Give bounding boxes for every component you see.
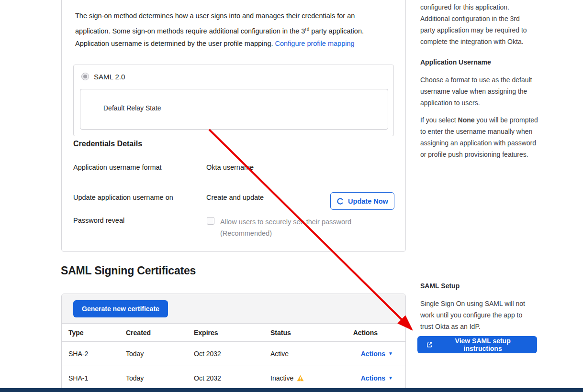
application-username-heading: Application Username	[420, 58, 491, 66]
certificate-row-sha1: SHA-1 Today Oct 2032 Inactive Actions ▼	[62, 366, 405, 390]
saml-setup-heading: SAML Setup	[420, 282, 460, 290]
default-relay-state-field[interactable]: Default Relay State	[80, 89, 388, 130]
cert-created: Today	[119, 374, 187, 382]
refresh-icon	[336, 197, 344, 205]
update-username-label: Update application username on	[73, 194, 173, 201]
application-username-paragraph: Choose a format to use as the default us…	[420, 74, 564, 109]
footer-bar	[0, 388, 583, 392]
actions-dropdown[interactable]: Actions ▼	[361, 350, 393, 358]
saml-method-label: SAML 2.0	[94, 73, 125, 81]
update-username-value: Create and update	[206, 194, 264, 201]
none-option-paragraph: If you select None you will be prompted …	[420, 114, 564, 160]
cert-created: Today	[119, 350, 187, 358]
column-header-actions: Actions	[331, 329, 405, 337]
view-saml-setup-instructions-button[interactable]: View SAML setup instructions	[417, 336, 537, 353]
sidebar-top-paragraph: configured for this application. Additio…	[420, 1, 564, 47]
certificates-table-header: Type Created Expires Status Actions	[62, 324, 405, 342]
password-reveal-checkbox[interactable]	[207, 217, 214, 225]
configure-profile-mapping-link[interactable]: Configure profile mapping	[275, 40, 355, 47]
column-header-expires: Expires	[187, 329, 264, 337]
saml-setup-paragraph: Single Sign On using SAML will not work …	[420, 298, 564, 332]
saml-radio-button[interactable]	[81, 73, 89, 80]
none-emphasis: None	[458, 116, 475, 124]
column-header-status: Status	[264, 329, 331, 337]
certificates-table-card: Generate new certificate Type Created Ex…	[61, 294, 406, 392]
chevron-down-icon: ▼	[388, 376, 393, 381]
certificate-row-sha2: SHA-2 Today Oct 2032 Active Actions ▼	[62, 342, 405, 366]
external-link-icon	[426, 341, 433, 348]
radio-dot	[83, 75, 87, 78]
password-reveal-label: Password reveal	[73, 217, 124, 224]
saml-method-panel: SAML 2.0 Default Relay State	[73, 65, 394, 136]
cert-expires: Oct 2032	[187, 374, 264, 382]
saml-signing-certificates-heading: SAML Signing Certificates	[61, 264, 196, 277]
profile-mapping-note: Application username is determined by th…	[75, 38, 393, 49]
sign-on-method-description: The sign-on method determines how a user…	[75, 9, 393, 38]
password-reveal-checkbox-text: Allow users to securely see their passwo…	[220, 216, 351, 239]
update-now-button[interactable]: Update Now	[330, 192, 394, 210]
cert-type: SHA-2	[62, 350, 119, 358]
cert-type: SHA-1	[62, 374, 119, 382]
cert-expires: Oct 2032	[187, 350, 264, 358]
chevron-down-icon: ▼	[388, 351, 393, 356]
column-header-type: Type	[62, 329, 119, 337]
username-format-label: Application username format	[73, 163, 162, 171]
actions-dropdown[interactable]: Actions ▼	[361, 374, 393, 382]
column-header-created: Created	[119, 329, 187, 337]
generate-new-certificate-button[interactable]: Generate new certificate	[73, 300, 168, 317]
cert-status: Inactive	[264, 374, 331, 382]
sign-on-methods-card: The sign-on method determines how a user…	[61, 0, 406, 252]
default-relay-state-label: Default Relay State	[103, 104, 161, 112]
certificates-toolbar: Generate new certificate	[62, 294, 405, 324]
credentials-details-heading: Credentials Details	[73, 140, 142, 148]
username-format-value: Okta username	[206, 163, 254, 171]
cert-status: Active	[264, 350, 331, 358]
ordinal-superscript: rd	[305, 26, 309, 32]
warning-icon	[297, 375, 304, 381]
